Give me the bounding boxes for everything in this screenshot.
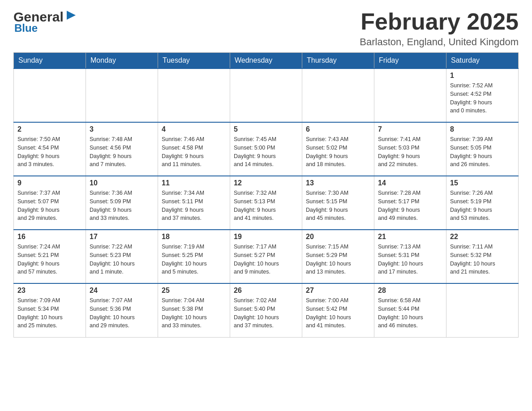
- calendar-table: SundayMondayTuesdayWednesdayThursdayFrid…: [13, 52, 519, 338]
- day-info: Sunrise: 7:24 AMSunset: 5:21 PMDaylight:…: [17, 243, 82, 276]
- day-info: Sunrise: 7:13 AMSunset: 5:31 PMDaylight:…: [378, 243, 442, 276]
- calendar-cell: 5Sunrise: 7:45 AMSunset: 5:00 PMDaylight…: [230, 122, 302, 176]
- day-of-week-header: Monday: [86, 53, 158, 69]
- calendar-week-row: 1Sunrise: 7:52 AMSunset: 4:52 PMDaylight…: [14, 68, 519, 122]
- calendar-cell: 1Sunrise: 7:52 AMSunset: 4:52 PMDaylight…: [446, 68, 519, 122]
- calendar-cell: [230, 68, 302, 122]
- day-info: Sunrise: 7:48 AMSunset: 4:56 PMDaylight:…: [90, 135, 154, 169]
- calendar-cell: [374, 68, 446, 122]
- day-of-week-header: Tuesday: [158, 53, 230, 69]
- day-info: Sunrise: 7:28 AMSunset: 5:17 PMDaylight:…: [378, 189, 442, 223]
- day-of-week-header: Sunday: [14, 53, 86, 69]
- day-number: 28: [378, 287, 442, 295]
- day-number: 22: [450, 233, 515, 241]
- calendar-cell: 2Sunrise: 7:50 AMSunset: 4:54 PMDaylight…: [14, 122, 86, 176]
- day-number: 1: [450, 72, 515, 80]
- day-number: 16: [17, 233, 82, 241]
- calendar-cell: 24Sunrise: 7:07 AMSunset: 5:36 PMDayligh…: [86, 283, 158, 337]
- calendar-cell: [158, 68, 230, 122]
- day-number: 11: [162, 179, 226, 187]
- day-number: 6: [306, 125, 370, 133]
- day-info: Sunrise: 7:50 AMSunset: 4:54 PMDaylight:…: [17, 135, 82, 169]
- day-number: 12: [234, 179, 298, 187]
- day-info: Sunrise: 7:26 AMSunset: 5:19 PMDaylight:…: [450, 189, 515, 223]
- calendar-cell: 12Sunrise: 7:32 AMSunset: 5:13 PMDayligh…: [230, 176, 302, 230]
- day-info: Sunrise: 7:34 AMSunset: 5:11 PMDaylight:…: [162, 189, 226, 223]
- calendar-cell: 13Sunrise: 7:30 AMSunset: 5:15 PMDayligh…: [302, 176, 374, 230]
- day-number: 8: [450, 125, 515, 133]
- day-number: 24: [90, 287, 154, 295]
- calendar-cell: [302, 68, 374, 122]
- day-info: Sunrise: 7:39 AMSunset: 5:05 PMDaylight:…: [450, 135, 515, 169]
- day-info: Sunrise: 7:17 AMSunset: 5:27 PMDaylight:…: [234, 243, 298, 276]
- day-info: Sunrise: 6:58 AMSunset: 5:44 PMDaylight:…: [378, 296, 442, 330]
- month-title: February 2025: [360, 9, 519, 34]
- day-info: Sunrise: 7:37 AMSunset: 5:07 PMDaylight:…: [17, 189, 82, 223]
- day-number: 19: [234, 233, 298, 241]
- calendar-week-row: 16Sunrise: 7:24 AMSunset: 5:21 PMDayligh…: [14, 230, 519, 283]
- calendar-cell: 26Sunrise: 7:02 AMSunset: 5:40 PMDayligh…: [230, 283, 302, 337]
- day-of-week-header: Friday: [374, 53, 446, 69]
- title-section: February 2025 Barlaston, England, United…: [360, 9, 519, 48]
- calendar-cell: 10Sunrise: 7:36 AMSunset: 5:09 PMDayligh…: [86, 176, 158, 230]
- calendar-cell: 27Sunrise: 7:00 AMSunset: 5:42 PMDayligh…: [302, 283, 374, 337]
- day-number: 5: [234, 125, 298, 133]
- calendar-cell: 21Sunrise: 7:13 AMSunset: 5:31 PMDayligh…: [374, 230, 446, 283]
- day-of-week-header: Saturday: [446, 53, 519, 69]
- calendar-cell: 4Sunrise: 7:46 AMSunset: 4:58 PMDaylight…: [158, 122, 230, 176]
- logo: General Blue: [13, 9, 77, 34]
- day-number: 15: [450, 179, 515, 187]
- calendar-cell: 23Sunrise: 7:09 AMSunset: 5:34 PMDayligh…: [14, 283, 86, 337]
- day-number: 10: [90, 179, 154, 187]
- svg-marker-0: [67, 11, 76, 20]
- calendar-cell: [86, 68, 158, 122]
- day-info: Sunrise: 7:46 AMSunset: 4:58 PMDaylight:…: [162, 135, 226, 169]
- day-number: 21: [378, 233, 442, 241]
- day-number: 3: [90, 125, 154, 133]
- page-header: General Blue February 2025 Barlaston, En…: [13, 9, 519, 48]
- day-number: 7: [378, 125, 442, 133]
- day-info: Sunrise: 7:04 AMSunset: 5:38 PMDaylight:…: [162, 296, 226, 330]
- calendar-cell: 15Sunrise: 7:26 AMSunset: 5:19 PMDayligh…: [446, 176, 519, 230]
- day-info: Sunrise: 7:45 AMSunset: 5:00 PMDaylight:…: [234, 135, 298, 169]
- location-title: Barlaston, England, United Kingdom: [360, 36, 519, 48]
- day-info: Sunrise: 7:52 AMSunset: 4:52 PMDaylight:…: [450, 81, 515, 115]
- day-info: Sunrise: 7:15 AMSunset: 5:29 PMDaylight:…: [306, 243, 370, 276]
- day-number: 2: [17, 125, 82, 133]
- calendar-cell: 22Sunrise: 7:11 AMSunset: 5:32 PMDayligh…: [446, 230, 519, 283]
- calendar-cell: 19Sunrise: 7:17 AMSunset: 5:27 PMDayligh…: [230, 230, 302, 283]
- day-of-week-header: Thursday: [302, 53, 374, 69]
- calendar-cell: 6Sunrise: 7:43 AMSunset: 5:02 PMDaylight…: [302, 122, 374, 176]
- day-number: 13: [306, 179, 370, 187]
- day-info: Sunrise: 7:09 AMSunset: 5:34 PMDaylight:…: [17, 296, 82, 330]
- day-number: 20: [306, 233, 370, 241]
- day-number: 14: [378, 179, 442, 187]
- calendar-cell: 7Sunrise: 7:41 AMSunset: 5:03 PMDaylight…: [374, 122, 446, 176]
- day-info: Sunrise: 7:43 AMSunset: 5:02 PMDaylight:…: [306, 135, 370, 169]
- day-of-week-header: Wednesday: [230, 53, 302, 69]
- calendar-cell: 28Sunrise: 6:58 AMSunset: 5:44 PMDayligh…: [374, 283, 446, 337]
- day-number: 17: [90, 233, 154, 241]
- logo-arrow-icon: [65, 9, 77, 25]
- calendar-week-row: 9Sunrise: 7:37 AMSunset: 5:07 PMDaylight…: [14, 176, 519, 230]
- day-info: Sunrise: 7:22 AMSunset: 5:23 PMDaylight:…: [90, 243, 154, 276]
- calendar-cell: 9Sunrise: 7:37 AMSunset: 5:07 PMDaylight…: [14, 176, 86, 230]
- day-number: 23: [17, 287, 82, 295]
- calendar-cell: 11Sunrise: 7:34 AMSunset: 5:11 PMDayligh…: [158, 176, 230, 230]
- calendar-cell: [14, 68, 86, 122]
- day-info: Sunrise: 7:41 AMSunset: 5:03 PMDaylight:…: [378, 135, 442, 169]
- day-number: 25: [162, 287, 226, 295]
- calendar-week-row: 23Sunrise: 7:09 AMSunset: 5:34 PMDayligh…: [14, 283, 519, 337]
- calendar-cell: [446, 283, 519, 337]
- day-info: Sunrise: 7:00 AMSunset: 5:42 PMDaylight:…: [306, 296, 370, 330]
- calendar-cell: 25Sunrise: 7:04 AMSunset: 5:38 PMDayligh…: [158, 283, 230, 337]
- calendar-header-row: SundayMondayTuesdayWednesdayThursdayFrid…: [14, 53, 519, 69]
- day-number: 4: [162, 125, 226, 133]
- calendar-cell: 18Sunrise: 7:19 AMSunset: 5:25 PMDayligh…: [158, 230, 230, 283]
- day-number: 27: [306, 287, 370, 295]
- calendar-cell: 16Sunrise: 7:24 AMSunset: 5:21 PMDayligh…: [14, 230, 86, 283]
- day-info: Sunrise: 7:11 AMSunset: 5:32 PMDaylight:…: [450, 243, 515, 276]
- calendar-week-row: 2Sunrise: 7:50 AMSunset: 4:54 PMDaylight…: [14, 122, 519, 176]
- calendar-cell: 3Sunrise: 7:48 AMSunset: 4:56 PMDaylight…: [86, 122, 158, 176]
- calendar-cell: 14Sunrise: 7:28 AMSunset: 5:17 PMDayligh…: [374, 176, 446, 230]
